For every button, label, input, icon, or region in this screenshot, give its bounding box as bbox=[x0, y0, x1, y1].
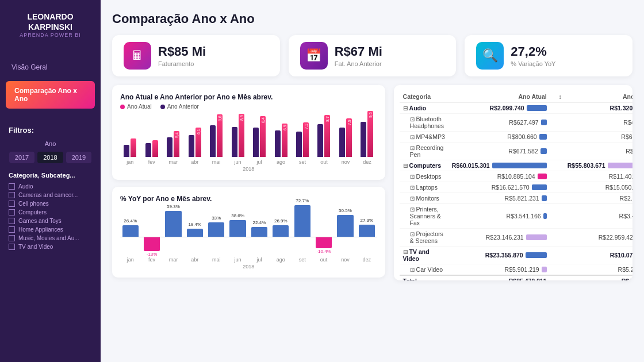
checkbox-7[interactable] bbox=[9, 244, 15, 250]
bar-atual-jan bbox=[131, 138, 136, 157]
cell-anterior-9: R$22.959.425 bbox=[564, 229, 632, 247]
bar-atual-ago: 6,9 Mi bbox=[282, 124, 288, 157]
logo-sub: APRENDA POWER BI bbox=[20, 32, 81, 39]
year-btn-2017[interactable]: 2017 bbox=[9, 152, 34, 163]
cell-anterior-2: R$686.304 bbox=[564, 132, 632, 143]
cell-atual-1: R$627.497 bbox=[448, 114, 550, 132]
pct-label-7: 26.9% bbox=[274, 218, 288, 224]
month-label-mai: mai bbox=[212, 159, 221, 165]
nav-comparacao[interactable]: Comparação Ano x Ano bbox=[6, 81, 95, 109]
checkbox-6[interactable] bbox=[9, 235, 15, 241]
legend-dot-atual bbox=[120, 105, 125, 109]
bars-jun: 8,9 Mi bbox=[232, 114, 244, 157]
sidebar: LEONARDO KARPINSKI APRENDA POWER BI Visã… bbox=[0, 0, 101, 362]
bar-ant-jun bbox=[232, 127, 237, 157]
col-sort-icon[interactable]: ↕ bbox=[550, 91, 564, 103]
cat-item-3[interactable]: Computers bbox=[9, 208, 92, 217]
month-label-dez: dez bbox=[363, 159, 371, 165]
month2-label-8: set bbox=[299, 257, 306, 263]
month-label-nov: nov bbox=[342, 159, 350, 165]
legend-anterior: Ano Anterior bbox=[160, 103, 199, 110]
bar-atual-4 bbox=[492, 163, 547, 168]
bars-mar: 5,4 Mi bbox=[167, 131, 179, 157]
bars-jan bbox=[124, 138, 136, 157]
checkbox-0[interactable] bbox=[9, 183, 15, 190]
cat-item-2[interactable]: Cell phones bbox=[9, 199, 92, 208]
cat-item-5[interactable]: Home Appliances bbox=[9, 225, 92, 234]
year-btn-2019[interactable]: 2019 bbox=[66, 152, 91, 163]
cell-atual-2: R$800.660 bbox=[448, 132, 550, 143]
cat-label-6: Music, Movies and Au... bbox=[18, 235, 79, 241]
bar-ant-mar bbox=[167, 137, 172, 157]
chart1-year: 2018 bbox=[120, 166, 377, 172]
charts-table-row: Ano Atual e Ano Anterior por Ano e Mês a… bbox=[112, 85, 632, 351]
col-ano-anterior: Ano Anterior bbox=[564, 91, 632, 103]
pct-label-2: 59.3% bbox=[167, 204, 180, 209]
cell-sep-9 bbox=[550, 229, 564, 247]
nav-visao-geral[interactable]: Visão Geral bbox=[0, 56, 101, 78]
month2-label-9: out bbox=[320, 257, 328, 263]
cat-item-4[interactable]: Games and Toys bbox=[9, 217, 92, 225]
cell-label-7: ⊡Monitors bbox=[400, 193, 448, 204]
bar-atual-5 bbox=[538, 174, 547, 179]
bar2-group-abr: 18.4% abr bbox=[185, 205, 205, 263]
cell-atual-9: R$23.146.231 bbox=[448, 229, 550, 247]
bar-ant-jul bbox=[253, 128, 259, 157]
pct-label-0: 26.4% bbox=[124, 218, 137, 224]
bar-group-ago: 6,9 Mi ago bbox=[271, 124, 290, 165]
bar-group-mar: 5,4 Mi mar bbox=[163, 131, 183, 165]
bar-atual-jun: 8,9 Mi bbox=[239, 114, 244, 157]
checkbox-4[interactable] bbox=[9, 218, 15, 224]
cell-anterior-3: R$209.205 bbox=[564, 143, 632, 160]
cat-item-1[interactable]: Cameras and camcor... bbox=[9, 191, 92, 199]
cell-label-11: ⊡Car Video bbox=[400, 264, 448, 276]
checkbox-5[interactable] bbox=[9, 226, 15, 233]
cell-sep-3 bbox=[550, 143, 564, 160]
bar2-group-mar: 59.3% mar bbox=[163, 205, 183, 263]
cell-anterior-11: R$5.269.634 bbox=[564, 264, 632, 276]
bar-atual-3 bbox=[540, 148, 547, 154]
category-list: Categoria, Subcateg... AudioCameras and … bbox=[0, 166, 101, 257]
legend-dot-anterior bbox=[160, 105, 165, 109]
cell-atual-5: R$10.885.104 bbox=[448, 171, 550, 182]
filters-label: Filtros: bbox=[0, 117, 101, 137]
cat-label-2: Cell phones bbox=[18, 201, 49, 207]
table-row-3: ⊡Recording Pen R$671.582 R$209.205 bbox=[400, 143, 632, 160]
bar-group-abr: 6,1 Mi abr bbox=[185, 128, 204, 165]
bar2-pos-10 bbox=[337, 215, 353, 237]
bar2-neg-1 bbox=[144, 237, 160, 251]
cat-item-6[interactable]: Music, Movies and Au... bbox=[9, 234, 92, 242]
bars-jul: 8,4 Mi bbox=[253, 116, 266, 157]
bar-atual-dez: 9,5 Mi bbox=[367, 111, 373, 157]
charts-col: Ano Atual e Ano Anterior por Ano e Mês a… bbox=[112, 85, 385, 351]
cell-atual-8: R$3.541.166 bbox=[448, 204, 550, 229]
bar2-group-jul: 22.4% jul bbox=[249, 205, 269, 263]
kpi-text-faturamento: R$85 Mi Faturamento bbox=[158, 44, 206, 67]
bar-ant-abr bbox=[189, 135, 194, 157]
checkbox-3[interactable] bbox=[9, 209, 15, 215]
cell-sep-8 bbox=[550, 204, 564, 229]
cat-label-1: Cameras and camcor... bbox=[18, 192, 78, 198]
checkbox-1[interactable] bbox=[9, 192, 15, 198]
bar-atual-out: 8,7 Mi bbox=[324, 115, 330, 157]
bar-atual-0 bbox=[527, 105, 547, 111]
bar2-pos-6 bbox=[251, 227, 267, 237]
pct-label-4: 33% bbox=[212, 215, 221, 221]
cat-item-7[interactable]: TV and Video bbox=[9, 242, 92, 251]
cell-sep-0 bbox=[550, 103, 564, 114]
cell-label-3: ⊡Recording Pen bbox=[400, 143, 448, 160]
cat-item-0[interactable]: Audio bbox=[9, 182, 92, 191]
chart1-title: Ano Atual e Ano Anterior por Ano e Mês a… bbox=[120, 93, 377, 101]
page-title: Comparação Ano x Ano bbox=[112, 11, 632, 26]
bar-group-jun: 8,9 Mi jun bbox=[228, 114, 247, 165]
bar-atual-fev bbox=[152, 140, 158, 157]
pct-label-neg-9: -10.4% bbox=[316, 249, 331, 254]
checkbox-2[interactable] bbox=[9, 201, 15, 207]
bar2-pos-4 bbox=[208, 222, 224, 237]
pct-label-3: 18.4% bbox=[188, 222, 201, 227]
cell-sep-7 bbox=[550, 193, 564, 204]
month2-label-1: fev bbox=[148, 257, 155, 263]
year-btn-2018[interactable]: 2018 bbox=[37, 152, 63, 163]
bar-atual-11 bbox=[542, 267, 547, 272]
bar2-pos-3 bbox=[187, 229, 203, 237]
